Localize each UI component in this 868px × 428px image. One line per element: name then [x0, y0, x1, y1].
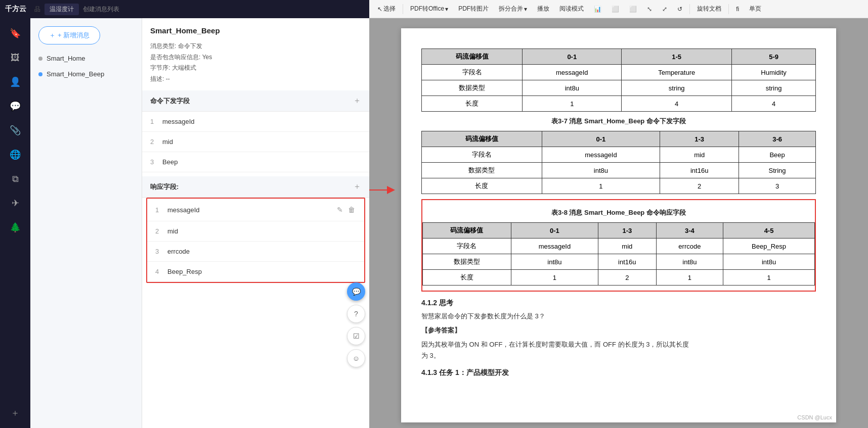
- chevron-down-icon: ▾: [524, 6, 527, 13]
- edit-icon[interactable]: ✎: [336, 205, 344, 215]
- response-fields-add-button[interactable]: ＋: [353, 181, 361, 192]
- field-name: messageId: [167, 206, 332, 214]
- table-cell: Beep: [739, 147, 816, 163]
- table-header: 3-6: [739, 131, 816, 147]
- table-cell: 长度: [422, 178, 542, 194]
- select-tool-button[interactable]: ↖ 选择: [373, 3, 400, 15]
- cursor-icon: ↖: [377, 6, 382, 13]
- table-cell: messageId: [523, 65, 622, 80]
- sidebar-layers-icon[interactable]: ⧉: [5, 169, 25, 189]
- split-merge-button[interactable]: 拆分合并 ▾: [495, 3, 531, 15]
- help-float-button[interactable]: ?: [347, 305, 365, 323]
- emoji-float-button[interactable]: ☺: [347, 349, 365, 367]
- pdf-viewer: ↖ 选择 PDF转Office ▾ PDF转图片 拆分合并 ▾ 播放 阅读模式: [369, 0, 868, 428]
- float-buttons: 💬 ? ☑ ☺: [347, 282, 365, 367]
- chevron-down-icon: ▾: [445, 6, 448, 13]
- table-3-caption: 表3-8 消息 Smart_Home_Beep 命令响应字段: [422, 208, 815, 217]
- sidebar-image-icon[interactable]: 🖼: [5, 47, 25, 68]
- section-413: 4.1.3 任务 1：产品模型开发: [421, 368, 816, 377]
- nav-tab-product[interactable]: 温湿度计: [45, 4, 79, 15]
- pdf-table-3: 码流偏移值 0-1 1-3 3-4 4-5 字段名 messageId: [422, 222, 815, 286]
- command-fields-add-button[interactable]: ＋: [353, 96, 361, 106]
- logo: 千方云: [5, 5, 26, 14]
- toolbar-separator-3: [728, 4, 729, 14]
- message-item-smart-home[interactable]: Smart_Home: [38, 53, 134, 64]
- sidebar-attachment-icon[interactable]: 📎: [5, 120, 25, 140]
- pdf-icon-btn-1[interactable]: ⬜: [607, 4, 623, 15]
- response-fields-header: 响应字段: ＋: [142, 176, 369, 198]
- table-cell: 1: [656, 270, 723, 286]
- sidebar-chat-icon[interactable]: 💬: [5, 96, 25, 116]
- pdf-content[interactable]: 码流偏移值 0-1 1-5 5-9 字段名 messageId Temperat…: [369, 18, 868, 428]
- table-2-caption: 表3-7 消息 Smart_Home_Beep 命令下发字段: [421, 117, 816, 126]
- message-item-smart-home-beep[interactable]: Smart_Home_Beep: [38, 68, 134, 80]
- table-header: 1-5: [622, 49, 732, 65]
- field-num: 1: [155, 206, 163, 214]
- pdf-icon-btn-5[interactable]: ↺: [673, 4, 686, 15]
- message-description: 描述: --: [150, 74, 361, 85]
- field-name: Beep_Resp: [167, 268, 356, 275]
- sidebar-send-icon[interactable]: ✈: [5, 193, 25, 213]
- message-byte-order: 字节序: 大端模式: [150, 63, 361, 74]
- sidebar-tree-icon[interactable]: 🌲: [5, 217, 25, 237]
- response-field-2[interactable]: 2 mid: [147, 221, 364, 242]
- message-title: Smart_Home_Beep: [150, 26, 361, 35]
- table-cell: 长度: [423, 270, 511, 286]
- play-button[interactable]: 播放: [533, 3, 553, 15]
- pdf-table-1: 码流偏移值 0-1 1-5 5-9 字段名 messageId Temperat…: [421, 49, 816, 112]
- sidebar-bookmark-icon[interactable]: 🔖: [5, 23, 25, 43]
- pdf-to-office-button[interactable]: PDF转Office ▾: [406, 3, 452, 15]
- answer-label: 【参考答案】: [421, 325, 816, 336]
- table-cell: 4: [622, 96, 732, 112]
- field-num: 3: [150, 158, 158, 166]
- rotate-doc-button[interactable]: 旋转文档: [693, 3, 725, 15]
- field-name: mid: [167, 227, 356, 235]
- table-cell: int8u: [656, 254, 723, 270]
- chart-icon-btn[interactable]: 📊: [590, 4, 605, 15]
- pdf-icon-btn-3[interactable]: ⤡: [643, 4, 656, 15]
- table-header: 0-1: [523, 49, 622, 65]
- single-page-button[interactable]: 单页: [745, 3, 765, 15]
- breadcrumb: 创建消息列表: [83, 5, 119, 14]
- table-cell: messageId: [511, 239, 598, 254]
- top-nav: 千方云 品 温湿度计 创建消息列表: [0, 0, 369, 18]
- pdf-icon-btn-4[interactable]: ⤢: [658, 4, 671, 15]
- table-cell: 1: [542, 178, 660, 194]
- response-field-3[interactable]: 3 errcode: [147, 242, 364, 262]
- task-float-button[interactable]: ☑: [347, 327, 365, 345]
- table-header: 码流偏移值: [422, 49, 523, 65]
- response-field-1[interactable]: 1 messageId ✎ 🗑: [147, 199, 364, 221]
- table-cell: int8u: [542, 163, 660, 178]
- question-text: 智慧家居命令的下发参数长度为什么是 3？: [421, 311, 816, 322]
- sidebar-add-icon[interactable]: ＋: [5, 403, 25, 423]
- response-field-4[interactable]: 4 Beep_Resp: [147, 262, 364, 282]
- chat-float-button[interactable]: 💬: [347, 282, 365, 301]
- field-actions: ✎ 🗑: [336, 205, 356, 215]
- sidebar-globe-icon[interactable]: 🌐: [5, 145, 25, 165]
- message-detail-panel: Smart_Home_Beep 消息类型: 命令下发 是否包含响应信息: Yes…: [142, 18, 369, 428]
- table-cell: 字段名: [422, 65, 523, 80]
- read-mode-button[interactable]: 阅读模式: [555, 3, 588, 15]
- table-cell: 3: [739, 178, 816, 194]
- pdf-icon-btn-2[interactable]: ⬜: [625, 4, 641, 15]
- pdf-to-image-button[interactable]: PDF转图片: [454, 3, 493, 15]
- table-header: 4-5: [723, 223, 815, 239]
- response-fields-title: 响应字段:: [150, 182, 179, 192]
- field-num: 2: [155, 227, 163, 235]
- add-message-button[interactable]: ＋ + 新增消息: [38, 26, 100, 44]
- table-cell: 数据类型: [422, 80, 523, 96]
- delete-icon[interactable]: 🗑: [347, 205, 356, 215]
- table-cell: 1: [723, 270, 815, 286]
- table-cell: errcode: [656, 239, 723, 254]
- table-cell: int16u: [598, 254, 656, 270]
- answer-text: 因为其枚举值为 ON 和 OFF，在计算长度时需要取最大值，而 OFF 的长度为…: [421, 339, 816, 361]
- table-header: 1-3: [660, 131, 739, 147]
- table-cell: 字段名: [423, 239, 511, 254]
- section-412: 4.1.2 思考 智慧家居命令的下发参数长度为什么是 3？ 【参考答案】 因为其…: [421, 299, 816, 361]
- sidebar-person-icon[interactable]: 👤: [5, 72, 25, 92]
- response-fields-highlight: 1 messageId ✎ 🗑 2 mid 3 errcode: [146, 198, 365, 283]
- response-field-list: 1 messageId ✎ 🗑 2 mid 3 errcode: [147, 199, 364, 282]
- table-cell: 数据类型: [423, 254, 511, 270]
- fi-button[interactable]: fi: [732, 4, 743, 15]
- field-num: 3: [155, 248, 163, 255]
